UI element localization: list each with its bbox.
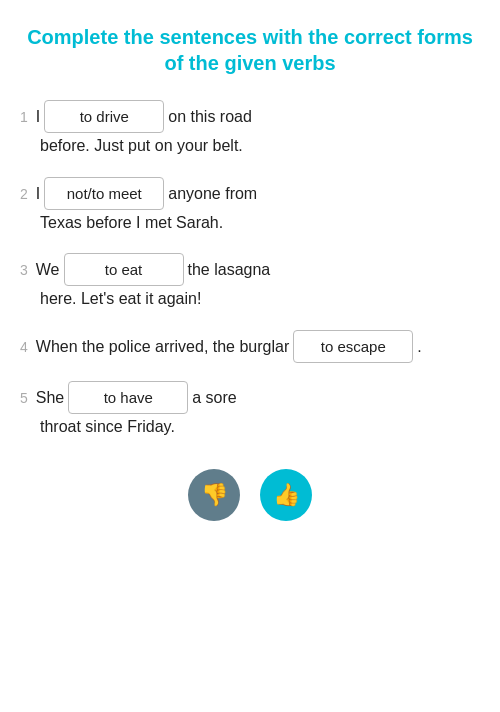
- sentence-continuation: throat since Friday.: [20, 414, 480, 440]
- sentence-item: 3Weto eatthe lasagnahere. Let's eat it a…: [20, 253, 480, 312]
- sentences-list: 1Ito driveon this roadbefore. Just put o…: [20, 100, 480, 439]
- sentence-item: 5Sheto havea sorethroat since Friday.: [20, 381, 480, 440]
- sentence-continuation: before. Just put on your belt.: [20, 133, 480, 159]
- sentence-after: .: [417, 333, 421, 362]
- sentence-number: 2: [20, 182, 28, 207]
- answer-box: to escape: [293, 330, 413, 363]
- answer-box: to drive: [44, 100, 164, 133]
- like-icon: 👍: [273, 482, 300, 508]
- dislike-button[interactable]: 👎: [188, 469, 240, 521]
- sentence-continuation: here. Let's eat it again!: [20, 286, 480, 312]
- sentence-before: She: [36, 384, 64, 413]
- answer-box: to eat: [64, 253, 184, 286]
- sentence-item: 4When the police arrived, the burglarto …: [20, 330, 480, 363]
- header: Complete the sentences with the correct …: [20, 24, 480, 76]
- sentence-before: When the police arrived, the burglar: [36, 333, 289, 362]
- page-title: Complete the sentences with the correct …: [20, 24, 480, 76]
- sentence-row-2: 2Inot/to meetanyone from: [20, 177, 480, 210]
- sentence-number: 1: [20, 105, 28, 130]
- sentence-after: a sore: [192, 384, 236, 413]
- sentence-row-5: 5Sheto havea sore: [20, 381, 480, 414]
- sentence-number: 5: [20, 386, 28, 411]
- answer-box: to have: [68, 381, 188, 414]
- sentence-continuation: Texas before I met Sarah.: [20, 210, 480, 236]
- sentence-row-3: 3Weto eatthe lasagna: [20, 253, 480, 286]
- sentence-item: 2Inot/to meetanyone fromTexas before I m…: [20, 177, 480, 236]
- sentence-before: We: [36, 256, 60, 285]
- sentence-row-4: 4When the police arrived, the burglarto …: [20, 330, 480, 363]
- sentence-number: 4: [20, 335, 28, 360]
- answer-box: not/to meet: [44, 177, 164, 210]
- sentence-after: the lasagna: [188, 256, 271, 285]
- dislike-icon: 👎: [201, 482, 228, 508]
- sentence-item: 1Ito driveon this roadbefore. Just put o…: [20, 100, 480, 159]
- sentence-after: on this road: [168, 103, 252, 132]
- sentence-after: anyone from: [168, 180, 257, 209]
- feedback-row: 👎 👍: [20, 469, 480, 521]
- sentence-row-1: 1Ito driveon this road: [20, 100, 480, 133]
- sentence-before: I: [36, 180, 40, 209]
- sentence-number: 3: [20, 258, 28, 283]
- like-button[interactable]: 👍: [260, 469, 312, 521]
- sentence-before: I: [36, 103, 40, 132]
